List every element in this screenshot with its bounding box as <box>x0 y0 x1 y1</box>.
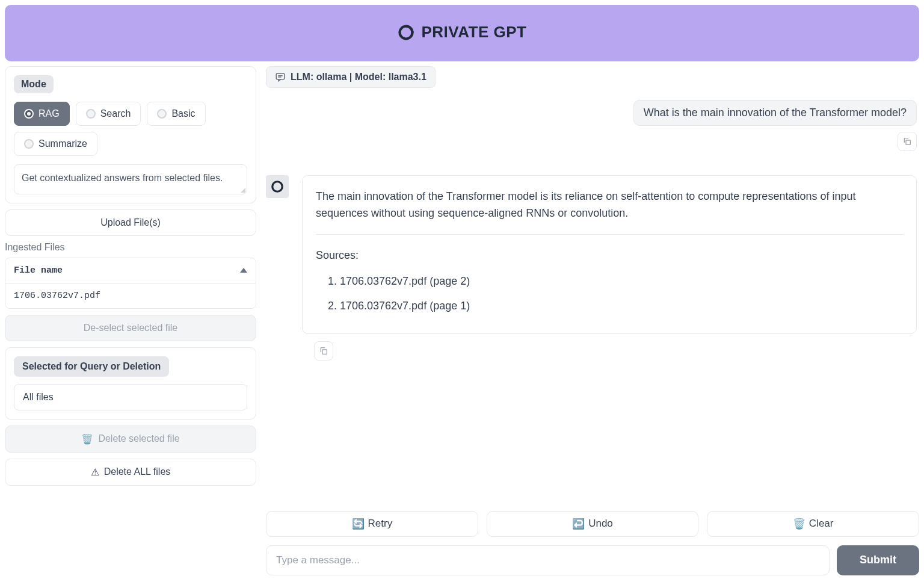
assistant-message-row: The main innovation of the Transformer m… <box>266 175 917 335</box>
submit-button[interactable]: Submit <box>837 545 919 575</box>
undo-icon: ↩️ <box>572 518 585 530</box>
radio-circle-icon <box>86 109 96 119</box>
selected-files-panel: Selected for Query or Deletion All files <box>5 347 256 420</box>
radio-circle-icon <box>24 109 34 119</box>
ingested-files-label: Ingested Files <box>5 242 256 253</box>
mode-description[interactable]: Get contextualized answers from selected… <box>14 164 247 194</box>
undo-button[interactable]: ↩️ Undo <box>487 511 699 537</box>
files-table-header[interactable]: File name <box>5 258 256 283</box>
mode-panel: Mode RAG Search Basic Summarize <box>5 66 256 203</box>
delete-all-label: Delete ALL files <box>104 466 171 477</box>
assistant-message: The main innovation of the Transformer m… <box>302 175 917 335</box>
selected-label: Selected for Query or Deletion <box>14 356 169 377</box>
mode-rag[interactable]: RAG <box>14 102 70 126</box>
trash-icon: 🗑️ <box>793 518 805 530</box>
retry-button[interactable]: 🔄 Retry <box>266 511 478 537</box>
sidebar: Mode RAG Search Basic Summarize <box>5 66 256 575</box>
model-tag: LLM: ollama | Model: llama3.1 <box>266 66 436 88</box>
mode-label-text: Search <box>100 108 131 119</box>
model-tag-text: LLM: ollama | Model: llama3.1 <box>291 72 427 82</box>
message-input[interactable] <box>266 545 830 575</box>
sort-ascending-icon <box>240 268 247 273</box>
app-title: PRIVATE GPT <box>422 23 527 42</box>
chat-messages: LLM: ollama | Model: llama3.1 What is th… <box>266 66 919 503</box>
mode-basic[interactable]: Basic <box>147 102 205 126</box>
deselect-file-button[interactable]: De-select selected file <box>5 315 256 341</box>
file-name-column: File name <box>14 265 63 276</box>
chat-controls: 🔄 Retry ↩️ Undo 🗑️ Clear Submit <box>266 503 919 575</box>
undo-label: Undo <box>588 518 613 530</box>
delete-selected-button[interactable]: 🗑️ Delete selected file <box>5 426 256 453</box>
ingested-files-table: File name 1706.03762v7.pdf <box>5 258 256 309</box>
source-item: 1706.03762v7.pdf (page 1) <box>340 297 903 315</box>
radio-circle-icon <box>157 109 167 119</box>
file-row[interactable]: 1706.03762v7.pdf <box>5 283 256 308</box>
mode-label-text: RAG <box>38 108 60 119</box>
mode-label: Mode <box>14 75 54 93</box>
radio-circle-icon <box>24 139 34 149</box>
upload-files-button[interactable]: Upload File(s) <box>5 209 256 236</box>
retry-icon: 🔄 <box>352 518 365 530</box>
user-message: What is the main innovation of the Trans… <box>633 100 917 126</box>
source-item: 1706.03762v7.pdf (page 2) <box>340 273 903 290</box>
mode-label-text: Basic <box>171 108 195 119</box>
copy-button[interactable] <box>314 341 333 361</box>
copy-icon <box>902 137 912 146</box>
user-message-row: What is the main innovation of the Trans… <box>266 100 917 126</box>
logo-icon <box>398 24 414 41</box>
mode-summarize[interactable]: Summarize <box>14 132 97 156</box>
copy-button[interactable] <box>898 132 917 151</box>
clear-label: Clear <box>809 518 834 530</box>
mode-radio-group: RAG Search Basic Summarize <box>14 102 247 156</box>
retry-label: Retry <box>368 518 393 530</box>
header-banner: PRIVATE GPT <box>5 5 919 61</box>
delete-selected-label: Delete selected file <box>98 433 179 444</box>
sources-label: Sources: <box>316 247 903 264</box>
divider <box>316 234 903 235</box>
svg-rect-4 <box>906 140 910 144</box>
trash-icon: 🗑️ <box>81 433 93 445</box>
chat-area: LLM: ollama | Model: llama3.1 What is th… <box>266 66 919 575</box>
delete-all-button[interactable]: ⚠ Delete ALL files <box>5 459 256 486</box>
assistant-message-actions <box>314 341 917 361</box>
sources-list: 1706.03762v7.pdf (page 2) 1706.03762v7.p… <box>316 273 903 315</box>
user-message-actions <box>266 132 917 151</box>
svg-rect-1 <box>276 73 285 79</box>
clear-button[interactable]: 🗑️ Clear <box>707 511 919 537</box>
warning-icon: ⚠ <box>91 466 99 478</box>
logo-icon <box>271 180 284 193</box>
svg-rect-6 <box>322 350 327 354</box>
selected-files-value: All files <box>14 384 247 410</box>
assistant-avatar <box>266 175 289 198</box>
mode-label-text: Summarize <box>38 138 87 149</box>
input-row: Submit <box>266 545 919 575</box>
copy-icon <box>319 346 328 356</box>
header-title: PRIVATE GPT <box>398 23 527 42</box>
assistant-text: The main innovation of the Transformer m… <box>316 188 903 223</box>
chat-bubble-icon <box>275 72 286 82</box>
svg-point-5 <box>273 181 283 191</box>
action-buttons-row: 🔄 Retry ↩️ Undo 🗑️ Clear <box>266 511 919 537</box>
mode-search[interactable]: Search <box>76 102 141 126</box>
